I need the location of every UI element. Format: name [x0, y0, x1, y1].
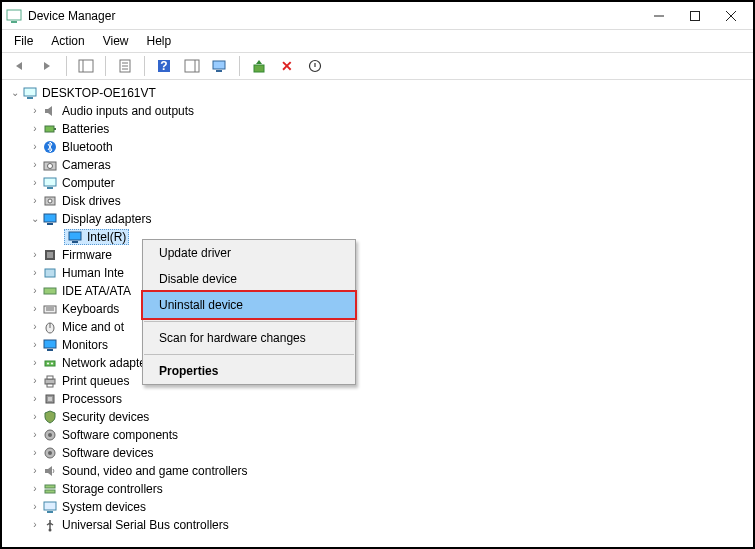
update-driver-button[interactable]: [248, 55, 270, 77]
device-tree[interactable]: ⌄DESKTOP-OE161VT›Audio inputs and output…: [2, 80, 753, 545]
chevron-right-icon[interactable]: ›: [28, 264, 42, 282]
tree-category-label: Computer: [62, 174, 115, 192]
svg-rect-23: [54, 128, 56, 130]
back-button[interactable]: [8, 55, 30, 77]
properties-button[interactable]: [114, 55, 136, 77]
tree-category[interactable]: ›Software components: [6, 426, 753, 444]
svg-point-62: [49, 529, 52, 532]
computer-icon: [22, 85, 38, 101]
context-properties[interactable]: Properties: [143, 358, 355, 384]
tree-category[interactable]: ›Cameras: [6, 156, 753, 174]
chevron-right-icon[interactable]: ›: [28, 372, 42, 390]
tree-category-label: Mice and ot: [62, 318, 124, 336]
context-update-driver[interactable]: Update driver: [143, 240, 355, 266]
svg-rect-27: [44, 178, 56, 186]
chevron-right-icon[interactable]: ›: [28, 498, 42, 516]
menu-help[interactable]: Help: [139, 32, 180, 50]
menu-action[interactable]: Action: [43, 32, 92, 50]
tree-category[interactable]: ›Bluetooth: [6, 138, 753, 156]
category-icon: [42, 445, 58, 461]
category-icon: [42, 121, 58, 137]
chevron-down-icon[interactable]: ⌄: [28, 210, 42, 228]
tree-device-label: Intel(R): [87, 228, 126, 246]
category-icon: [42, 319, 58, 335]
tree-category[interactable]: ›Print queues: [6, 372, 753, 390]
context-separator: [144, 321, 354, 322]
tree-category[interactable]: ›Keyboards: [6, 300, 753, 318]
tree-root-node[interactable]: ⌄DESKTOP-OE161VT: [6, 84, 753, 102]
tree-device[interactable]: Intel(R): [6, 228, 753, 246]
chevron-right-icon[interactable]: ›: [28, 354, 42, 372]
chevron-right-icon[interactable]: ›: [28, 282, 42, 300]
tree-category[interactable]: ›Universal Serial Bus controllers: [6, 516, 753, 534]
tree-category[interactable]: ›Disk drives: [6, 192, 753, 210]
chevron-right-icon[interactable]: ›: [28, 192, 42, 210]
svg-rect-46: [45, 361, 55, 366]
chevron-right-icon[interactable]: ›: [28, 156, 42, 174]
chevron-right-icon[interactable]: ›: [28, 426, 42, 444]
chevron-right-icon[interactable]: ›: [28, 300, 42, 318]
show-hide-pane-button[interactable]: [75, 55, 97, 77]
category-icon: [42, 427, 58, 443]
tree-category-label: Security devices: [62, 408, 149, 426]
disable-button[interactable]: [304, 55, 326, 77]
chevron-right-icon[interactable]: ›: [28, 336, 42, 354]
tree-category[interactable]: ⌄Display adapters: [6, 210, 753, 228]
uninstall-button[interactable]: ✕: [276, 55, 298, 77]
tree-category[interactable]: ›Monitors: [6, 336, 753, 354]
action-pane-button[interactable]: [181, 55, 203, 77]
help-button[interactable]: ?: [153, 55, 175, 77]
tree-category[interactable]: ›Firmware: [6, 246, 753, 264]
tree-category[interactable]: ›Audio inputs and outputs: [6, 102, 753, 120]
chevron-right-icon[interactable]: ›: [28, 444, 42, 462]
menu-view[interactable]: View: [95, 32, 137, 50]
context-uninstall-device[interactable]: Uninstall device: [141, 290, 357, 320]
chevron-right-icon[interactable]: ›: [28, 480, 42, 498]
chevron-right-icon[interactable]: ›: [28, 318, 42, 336]
tree-category[interactable]: ›Software devices: [6, 444, 753, 462]
tree-category[interactable]: ›Storage controllers: [6, 480, 753, 498]
tree-category[interactable]: ›IDE ATA/ATA: [6, 282, 753, 300]
close-button[interactable]: [713, 4, 749, 28]
svg-rect-61: [47, 511, 53, 513]
tree-category[interactable]: ›Computer: [6, 174, 753, 192]
tree-category[interactable]: ›Processors: [6, 390, 753, 408]
tree-category[interactable]: ›Human Inte: [6, 264, 753, 282]
svg-rect-58: [45, 485, 55, 488]
chevron-right-icon[interactable]: ›: [28, 516, 42, 534]
tree-category[interactable]: ›Batteries: [6, 120, 753, 138]
chevron-right-icon[interactable]: ›: [28, 120, 42, 138]
tree-category[interactable]: ›System devices: [6, 498, 753, 516]
minimize-button[interactable]: [641, 4, 677, 28]
tree-category[interactable]: ›Network adapters: [6, 354, 753, 372]
tree-category-label: Cameras: [62, 156, 111, 174]
chevron-right-icon[interactable]: ›: [28, 462, 42, 480]
chevron-right-icon[interactable]: ›: [28, 174, 42, 192]
chevron-right-icon[interactable]: ›: [28, 138, 42, 156]
tree-category-label: Display adapters: [62, 210, 151, 228]
chevron-right-icon[interactable]: ›: [28, 102, 42, 120]
menu-file[interactable]: File: [6, 32, 41, 50]
tree-category-label: Audio inputs and outputs: [62, 102, 194, 120]
tree-category[interactable]: ›Security devices: [6, 408, 753, 426]
forward-button[interactable]: [36, 55, 58, 77]
chevron-right-icon[interactable]: ›: [28, 408, 42, 426]
context-separator: [144, 354, 354, 355]
maximize-button[interactable]: [677, 4, 713, 28]
scan-hardware-button[interactable]: [209, 55, 231, 77]
chevron-down-icon[interactable]: ⌄: [8, 84, 22, 102]
tree-root-label: DESKTOP-OE161VT: [42, 84, 156, 102]
svg-point-55: [48, 433, 52, 437]
tree-category-label: Software devices: [62, 444, 153, 462]
window-title: Device Manager: [28, 9, 641, 23]
tree-category[interactable]: ›Sound, video and game controllers: [6, 462, 753, 480]
context-disable-device[interactable]: Disable device: [143, 266, 355, 292]
svg-rect-16: [213, 61, 225, 69]
chevron-right-icon[interactable]: ›: [28, 246, 42, 264]
svg-rect-60: [44, 502, 56, 510]
toolbar-separator: [144, 56, 145, 76]
svg-rect-37: [45, 269, 55, 277]
chevron-right-icon[interactable]: ›: [28, 390, 42, 408]
tree-category[interactable]: ›Mice and ot: [6, 318, 753, 336]
context-scan-hardware[interactable]: Scan for hardware changes: [143, 325, 355, 351]
